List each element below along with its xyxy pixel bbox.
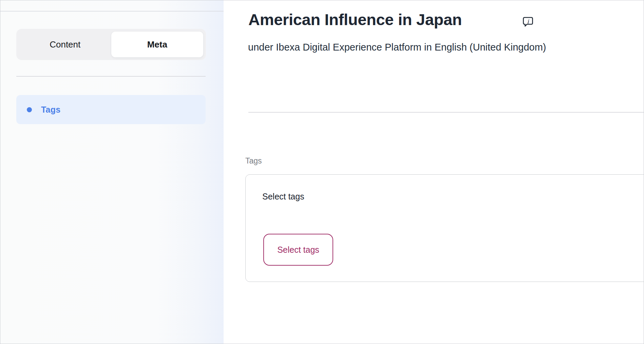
tags-field-value-label: Select tags [262,192,304,202]
active-dot-icon [27,107,32,112]
sidebar-section-divider [16,76,206,77]
tab-meta[interactable]: Meta [111,32,204,57]
info-tooltip-icon[interactable]: i [522,16,534,27]
tags-field-group: Select tags Select tags [245,174,644,282]
svg-text:i: i [527,18,529,25]
page-title: American Influence in Japan [248,10,462,29]
edit-sidebar: Content Meta Tags [0,0,224,344]
select-tags-button[interactable]: Select tags [263,234,333,266]
sidebar-item-tags[interactable]: Tags [16,95,206,124]
tab-content[interactable]: Content [19,32,111,57]
page-subtitle: under Ibexa Digital Experience Platform … [248,40,546,54]
content-edit-window: Content Meta Tags American Influence in … [0,0,644,344]
header-divider [248,112,644,113]
main-content: American Influence in Japan i under Ibex… [224,0,644,344]
sidebar-item-label: Tags [41,105,60,115]
sidebar-top-divider [0,11,224,12]
content-meta-tab-switcher: Content Meta [16,29,206,60]
tags-field-label: Tags [245,156,262,166]
